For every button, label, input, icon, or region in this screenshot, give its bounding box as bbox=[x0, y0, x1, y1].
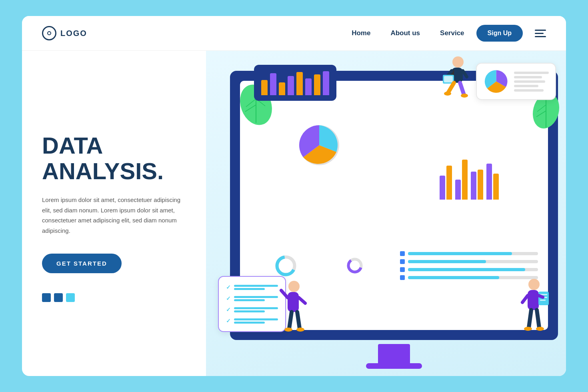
svg-rect-35 bbox=[528, 290, 539, 310]
svg-line-28 bbox=[281, 290, 288, 298]
floating-pie-card bbox=[476, 63, 556, 100]
screen-pie-chart bbox=[295, 121, 343, 169]
svg-point-32 bbox=[284, 328, 292, 332]
monitor-stand bbox=[378, 344, 410, 364]
get-started-button[interactable]: GET STARTED bbox=[42, 254, 122, 273]
dot-1 bbox=[42, 293, 51, 302]
svg-point-33 bbox=[296, 328, 304, 332]
svg-point-24 bbox=[444, 92, 451, 96]
nav-home[interactable]: Home bbox=[352, 29, 370, 37]
person-clipboard bbox=[516, 276, 552, 340]
svg-line-29 bbox=[299, 298, 305, 303]
svg-rect-21 bbox=[444, 76, 453, 82]
hamburger-menu[interactable] bbox=[535, 30, 546, 37]
person-sitting bbox=[434, 55, 474, 108]
person-presenting bbox=[278, 278, 310, 340]
logo-icon bbox=[42, 26, 56, 40]
svg-line-22 bbox=[448, 83, 454, 93]
left-panel: DATA ANALYSIS. Lorem ipsum dolor sit ame… bbox=[22, 51, 206, 376]
svg-point-45 bbox=[536, 327, 544, 331]
right-panel: ✓ ✓ ✓ bbox=[206, 51, 566, 376]
svg-line-42 bbox=[529, 310, 531, 328]
svg-point-34 bbox=[528, 279, 540, 290]
svg-point-25 bbox=[461, 94, 468, 98]
nav-service[interactable]: Service bbox=[440, 29, 464, 37]
svg-line-43 bbox=[537, 310, 539, 328]
svg-line-19 bbox=[463, 71, 467, 77]
svg-point-44 bbox=[524, 327, 532, 331]
floating-bar-chart bbox=[254, 65, 336, 101]
monitor-base bbox=[366, 363, 422, 369]
navbar: LOGO Home About us Service Sign Up bbox=[22, 16, 566, 51]
pie-chart-icon bbox=[483, 68, 509, 94]
svg-line-30 bbox=[289, 312, 292, 328]
floating-checklist: ✓ ✓ ✓ bbox=[218, 276, 286, 332]
svg-line-40 bbox=[539, 296, 543, 297]
main-card: LOGO Home About us Service Sign Up DATA … bbox=[22, 16, 566, 376]
svg-rect-39 bbox=[540, 300, 546, 301]
dot-2 bbox=[54, 293, 63, 302]
logo-area: LOGO bbox=[42, 26, 87, 40]
svg-line-41 bbox=[522, 296, 528, 302]
nav-links: Home About us Service bbox=[352, 29, 464, 37]
signup-button[interactable]: Sign Up bbox=[476, 25, 523, 42]
svg-line-31 bbox=[297, 312, 300, 328]
hero-title: DATA ANALYSIS. bbox=[42, 133, 186, 184]
hero-description: Lorem ipsum dolor sit amet, consectetuer… bbox=[42, 195, 186, 236]
main-content: DATA ANALYSIS. Lorem ipsum dolor sit ame… bbox=[22, 51, 566, 376]
dot-3 bbox=[66, 293, 75, 302]
dots-decoration bbox=[42, 293, 186, 302]
svg-point-26 bbox=[288, 281, 300, 292]
svg-line-23 bbox=[460, 83, 464, 95]
svg-rect-27 bbox=[288, 292, 299, 312]
logo-text: LOGO bbox=[60, 29, 87, 38]
svg-point-15 bbox=[452, 56, 464, 68]
nav-about[interactable]: About us bbox=[390, 29, 420, 37]
